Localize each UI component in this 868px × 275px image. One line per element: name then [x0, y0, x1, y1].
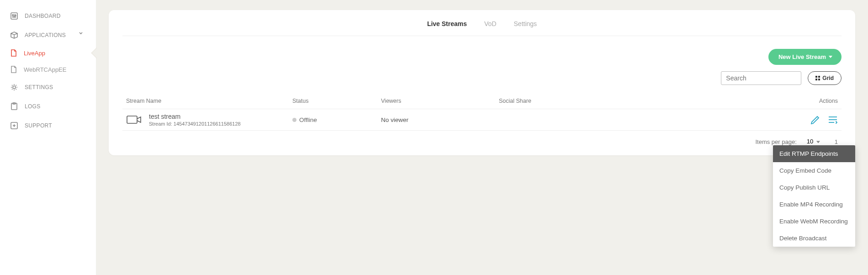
nav-label: SETTINGS	[25, 84, 53, 90]
new-live-stream-button[interactable]: New Live Stream	[768, 49, 842, 65]
svg-rect-13	[127, 116, 137, 123]
search-input[interactable]	[721, 71, 801, 85]
sliders-icon	[10, 12, 18, 20]
sidebar-item-label: WebRTCAppEE	[24, 66, 66, 73]
dropdown-edit-rtmp-endpoints[interactable]: Edit RTMP Endpoints	[773, 145, 855, 162]
page-range: 1	[835, 138, 838, 145]
dropdown-enable-webm-recording[interactable]: Enable WebM Recording	[773, 213, 855, 230]
nav-settings[interactable]: SETTINGS	[0, 78, 96, 97]
table-header: Stream Name Status Viewers Social Share …	[122, 93, 842, 109]
dropdown-enable-mp4-recording[interactable]: Enable MP4 Recording	[773, 196, 855, 213]
dropdown-copy-embed-code[interactable]: Copy Embed Code	[773, 162, 855, 179]
gear-icon	[10, 83, 18, 91]
header-stream-name: Stream Name	[126, 98, 292, 104]
svg-point-4	[12, 15, 13, 16]
status-text: Offline	[299, 116, 317, 123]
stream-name-cell: test stream Stream Id: 14547349120112661…	[126, 113, 292, 127]
nav-label: APPLICATIONS	[25, 32, 66, 38]
main-content: Live Streams VoD Settings New Live Strea…	[96, 0, 868, 275]
button-label: Grid	[822, 75, 834, 81]
content-card: Live Streams VoD Settings New Live Strea…	[109, 10, 855, 155]
header-status: Status	[292, 98, 381, 104]
plus-box-icon	[10, 122, 18, 130]
actions-cell	[792, 115, 838, 124]
sidebar-item-label: LiveApp	[24, 50, 45, 57]
grid-icon	[815, 76, 820, 80]
stream-name: test stream	[149, 113, 241, 120]
edit-icon[interactable]	[810, 115, 820, 124]
cube-icon	[10, 31, 18, 39]
items-per-page-select[interactable]: 10	[805, 137, 822, 146]
dropdown-delete-broadcast[interactable]: Delete Broadcast	[773, 230, 855, 247]
viewers-cell: No viewer	[381, 116, 499, 123]
stream-id: Stream Id: 145473491201126611586128	[149, 121, 241, 127]
camera-icon	[126, 114, 143, 125]
pagination: Items per page: 10 1	[122, 131, 842, 146]
header-viewers: Viewers	[381, 98, 499, 104]
svg-point-5	[14, 16, 15, 17]
app-root: DASHBOARD APPLICATIONS LiveApp WebRTCApp…	[0, 0, 868, 275]
nav-label: LOGS	[25, 103, 41, 110]
items-per-page-label: Items per page:	[755, 138, 796, 145]
clipboard-icon	[10, 102, 18, 111]
sidebar-item-webrtcappee[interactable]: WebRTCAppEE	[0, 61, 96, 78]
tab-settings[interactable]: Settings	[514, 18, 537, 29]
sidebar-item-liveapp[interactable]: LiveApp	[0, 45, 96, 61]
header-actions: Actions	[792, 98, 838, 104]
sidebar: DASHBOARD APPLICATIONS LiveApp WebRTCApp…	[0, 0, 96, 275]
tabs: Live Streams VoD Settings	[122, 10, 842, 36]
nav-dashboard[interactable]: DASHBOARD	[0, 6, 96, 26]
filter-row: Grid	[122, 71, 842, 93]
svg-point-6	[15, 15, 16, 16]
tab-live-streams[interactable]: Live Streams	[427, 18, 467, 29]
actions-dropdown: Edit RTMP Endpoints Copy Embed Code Copy…	[773, 145, 855, 247]
chevron-down-icon	[79, 31, 87, 39]
status-dot	[292, 118, 296, 122]
nav-label: SUPPORT	[25, 122, 52, 129]
file-icon	[10, 49, 17, 57]
nav-applications[interactable]: APPLICATIONS	[0, 26, 96, 45]
status-cell: Offline	[292, 116, 381, 123]
file-icon	[10, 66, 17, 73]
nav-support[interactable]: SUPPORT	[0, 116, 96, 135]
table-row: test stream Stream Id: 14547349120112661…	[122, 109, 842, 131]
dropdown-copy-publish-url[interactable]: Copy Publish URL	[773, 179, 855, 196]
tab-vod[interactable]: VoD	[484, 18, 496, 29]
nav-label: DASHBOARD	[25, 13, 61, 19]
items-per-page-select-wrap: 10	[805, 137, 822, 146]
header-social: Social Share	[499, 98, 792, 104]
grid-view-button[interactable]: Grid	[808, 71, 842, 85]
button-label: New Live Stream	[778, 53, 826, 60]
svg-point-7	[13, 86, 16, 89]
nav-logs[interactable]: LOGS	[0, 97, 96, 116]
actions-row: New Live Stream	[122, 36, 842, 71]
menu-list-icon[interactable]	[828, 115, 838, 124]
